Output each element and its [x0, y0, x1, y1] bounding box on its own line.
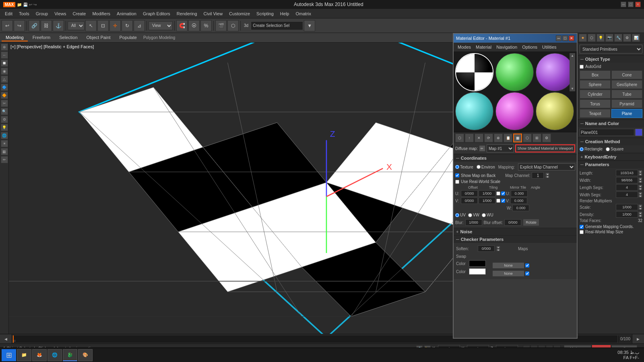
mat-menu-material[interactable]: Material	[473, 44, 494, 50]
name-color-header[interactable]: ─ Name and Color	[578, 120, 644, 127]
torus-btn[interactable]: Torus	[580, 99, 611, 108]
tab-freeform[interactable]: Freeform	[29, 34, 55, 41]
menu-views[interactable]: Views	[51, 10, 69, 17]
density-up[interactable]: ▲	[638, 212, 642, 214]
mat-maximize-btn[interactable]: □	[562, 35, 568, 41]
filter-dropdown[interactable]: All	[68, 21, 85, 30]
menu-create[interactable]: Create	[69, 10, 89, 17]
show-shaded-btn[interactable]: Show Shaded Material in Viewport	[515, 144, 575, 152]
taskbar-firefox[interactable]: 🦊	[32, 349, 47, 361]
mat-ball-6[interactable]	[536, 92, 574, 130]
undo-btn[interactable]: ↩	[2, 20, 13, 31]
length-segs-spinner[interactable]: ▲ ▼	[638, 185, 642, 190]
map2-btn[interactable]: None	[492, 270, 524, 277]
u-angle-input[interactable]	[511, 190, 528, 197]
move-btn[interactable]: ✛	[109, 20, 121, 31]
select-btn[interactable]: ↖	[85, 20, 97, 31]
scale-input[interactable]	[616, 204, 638, 210]
scale-spinner[interactable]: ▲ ▼	[638, 204, 642, 210]
left-btn-2[interactable]: ↔	[1, 51, 8, 59]
density-input[interactable]	[616, 211, 638, 218]
mat-tool-7[interactable]: ⬡	[523, 134, 532, 142]
mat-editor-btn[interactable]: ⬡	[227, 20, 239, 31]
v-offset-input[interactable]	[461, 197, 478, 204]
v-mirror-check[interactable]	[496, 199, 500, 203]
minimize-btn[interactable]: ─	[621, 2, 626, 7]
color2-swatch[interactable]	[469, 268, 486, 275]
color1-swatch[interactable]	[469, 260, 486, 267]
autogrid-check[interactable]	[580, 65, 584, 69]
primitives-dropdown[interactable]: Standard Primitives	[580, 45, 642, 53]
uv-radio[interactable]	[455, 213, 459, 217]
width-segs-up[interactable]: ▲	[638, 192, 642, 195]
map-dropdown[interactable]: Map #1	[487, 144, 514, 152]
link-btn[interactable]: 🔗	[29, 20, 40, 31]
object-type-header[interactable]: ─ Object Type	[578, 56, 644, 63]
left-btn-4[interactable]: ◉	[1, 68, 8, 75]
maximize-btn[interactable]: □	[628, 2, 634, 7]
diffuse-eyedropper[interactable]: ✏	[479, 145, 485, 152]
length-down[interactable]: ▼	[638, 173, 642, 176]
menu-modifiers[interactable]: Modifiers	[89, 10, 114, 17]
mat-tool-8[interactable]: ⊞	[533, 134, 541, 142]
unlink-btn[interactable]: ⛓	[41, 20, 52, 31]
percent-snap-btn[interactable]: %	[200, 20, 212, 31]
mapping-dropdown[interactable]: Explicit Map Channel	[518, 163, 575, 171]
u-tiling-input[interactable]	[479, 190, 495, 197]
u-offset-input[interactable]	[461, 190, 478, 197]
left-btn-5[interactable]: △	[1, 76, 8, 83]
width-segs-spinner[interactable]: ▲ ▼	[638, 192, 642, 197]
left-btn-13[interactable]: ☀	[1, 140, 8, 147]
search-btn[interactable]: ▼	[304, 20, 315, 31]
real-world-check[interactable]	[455, 180, 459, 184]
real-world-map-check[interactable]	[580, 230, 584, 234]
plane-btn[interactable]: Plane	[611, 109, 642, 118]
windows-start-btn[interactable]: ⊞	[2, 349, 16, 361]
checker-header[interactable]: ─ Checker Parameters	[454, 236, 577, 243]
soften-up[interactable]: ▲	[496, 246, 500, 249]
blur-input[interactable]	[465, 219, 482, 226]
width-down[interactable]: ▼	[638, 180, 642, 183]
map-channel-input[interactable]	[532, 172, 544, 179]
environ-radio-label[interactable]: Environ	[477, 165, 495, 169]
tube-btn[interactable]: Tube	[611, 90, 642, 99]
menu-omatrix[interactable]: Omatrix	[292, 10, 314, 17]
bind-btn[interactable]: ⚓	[53, 20, 64, 31]
left-btn-10[interactable]: ⚙	[1, 116, 8, 123]
fr-icon-3[interactable]: 💡	[597, 34, 605, 42]
width-spinner[interactable]: ▲ ▼	[638, 177, 642, 183]
left-btn-3[interactable]: 🔲	[1, 60, 8, 67]
coordinates-header[interactable]: ─ Coordinates	[454, 154, 577, 162]
left-btn-6[interactable]: 🔷	[1, 84, 8, 91]
timeline-prev[interactable]: ◀	[0, 334, 12, 344]
menu-animation[interactable]: Animation	[114, 10, 140, 17]
wu-radio-label[interactable]: WU	[482, 213, 493, 217]
left-btn-9[interactable]: 🔍	[1, 108, 8, 115]
pyramid-btn[interactable]: Pyramid	[611, 99, 642, 108]
mat-close-btn[interactable]: ✕	[569, 35, 574, 41]
texture-radio-label[interactable]: Texture	[455, 165, 473, 169]
mat-tool-4[interactable]: ⟳	[484, 134, 493, 142]
map1-check[interactable]	[525, 263, 529, 267]
scale-btn[interactable]: ⊿	[134, 20, 145, 31]
fr-icon-6[interactable]: ⚙	[623, 34, 631, 42]
mat-tool-1[interactable]: ⬡	[455, 134, 464, 142]
width-up[interactable]: ▲	[638, 177, 642, 180]
square-radio-label[interactable]: Square	[606, 147, 623, 151]
mat-ball-1[interactable]	[455, 53, 493, 91]
mat-menu-navigation[interactable]: Navigation	[494, 44, 520, 50]
geosphere-btn[interactable]: GeoSphere	[611, 80, 642, 89]
box-btn[interactable]: Box	[580, 70, 611, 79]
mat-ball-4[interactable]	[455, 92, 493, 130]
length-spinner[interactable]: ▲ ▼	[638, 170, 642, 176]
map-channel-up[interactable]: ▲	[545, 173, 549, 175]
menu-customize[interactable]: Customize	[226, 10, 253, 17]
tab-populate[interactable]: Populate	[115, 34, 140, 41]
width-segs-down[interactable]: ▼	[638, 195, 642, 197]
mat-ball-3[interactable]	[536, 53, 574, 91]
creation-method-header[interactable]: ─ Creation Method	[578, 138, 644, 145]
mat-menu-options[interactable]: Options	[520, 44, 540, 50]
v-tiling-input[interactable]	[479, 197, 495, 204]
menu-graph-editors[interactable]: Graph Editors	[140, 10, 173, 17]
teapot-btn[interactable]: Teapot	[580, 109, 611, 118]
